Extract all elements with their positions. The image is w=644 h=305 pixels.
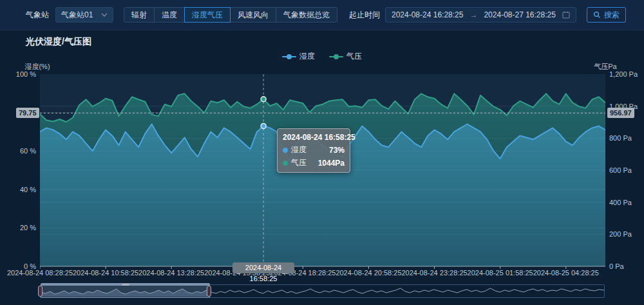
datazoom-track[interactable] [40, 284, 605, 298]
right-tick: 400 Pa [609, 198, 644, 207]
left-tick: 40 % [6, 185, 36, 194]
right-tick: 200 Pa [609, 230, 644, 239]
date-range-picker[interactable]: 2024-08-24 16:28:25 → 2024-08-27 16:28:2… [385, 7, 576, 23]
range-arrow-icon: → [469, 10, 477, 19]
legend-label-humidity: 湿度 [299, 51, 315, 62]
date-start-value[interactable]: 2024-08-24 16:28:25 [392, 10, 463, 19]
station-select-value: 气象站01 [61, 10, 93, 21]
search-button-label: 搜索 [604, 10, 620, 21]
tab-radiation[interactable]: 辐射 [124, 7, 155, 23]
tooltip-row-humidity: 湿度 73% [283, 144, 345, 155]
chevron-down-icon [101, 13, 108, 17]
series-areas [40, 93, 605, 266]
tab-humidity-pressure[interactable]: 湿度气压 [184, 7, 231, 23]
calendar-icon[interactable] [562, 11, 570, 19]
page-title: 光伏湿度/气压图 [26, 36, 91, 48]
axis-pointer-label: 2024-08-24 16:58:25 [232, 262, 294, 273]
right-tick: 600 Pa [609, 166, 644, 175]
right-tick: 1,200 Pa [609, 70, 644, 79]
chart-tooltip: 2024-08-24 16:58:25 湿度 73% 气压 1044Pa [277, 128, 350, 173]
date-end-value[interactable]: 2024-08-27 16:28:25 [484, 10, 555, 19]
left-tick: 20 % [6, 223, 36, 232]
datazoom-right-handle[interactable] [207, 286, 211, 297]
left-tick: 100 % [6, 70, 36, 79]
humidity-legend-icon [282, 54, 296, 59]
chart-legend: 湿度 气压 [0, 51, 644, 62]
tooltip-pressure-value: 1044Pa [318, 159, 345, 168]
pressure-legend-icon [329, 54, 343, 59]
legend-label-pressure: 气压 [346, 51, 362, 62]
pressure-dot-icon [283, 161, 288, 166]
tooltip-title: 2024-08-24 16:58:25 [283, 133, 345, 142]
pressure-markline-value: 956.97 [607, 108, 634, 118]
tab-overview[interactable]: 气象数据总览 [276, 7, 337, 23]
tab-wind[interactable]: 风速风向 [230, 7, 276, 23]
tab-temperature[interactable]: 温度 [154, 7, 185, 23]
tooltip-row-pressure: 气压 1044Pa [283, 157, 345, 168]
right-tick: 0 Pa [609, 262, 644, 271]
station-select[interactable]: 气象站01 [55, 7, 113, 23]
tooltip-humidity-value: 73% [329, 146, 345, 155]
topbar: 气象站 气象站01 辐射 温度 湿度气压 风速风向 气象数据总览 起止时间 20… [0, 0, 644, 30]
right-tick: 800 Pa [609, 133, 644, 143]
humidity-markline-value: 79.75 [16, 108, 39, 118]
sensor-tab-group: 辐射 温度 湿度气压 风速风向 气象数据总览 [124, 7, 337, 23]
axis-decor [40, 266, 605, 269]
search-button[interactable]: 搜索 [587, 7, 626, 23]
datazoom-move-handle[interactable] [122, 284, 129, 286]
datazoom-left-handle[interactable] [38, 286, 43, 297]
humidity-dot-icon [283, 148, 288, 153]
left-tick: 60 % [6, 146, 36, 155]
legend-item-humidity[interactable]: 湿度 [282, 51, 315, 62]
datazoom-window[interactable] [41, 284, 210, 298]
search-icon [593, 11, 601, 19]
tooltip-humidity-label: 湿度 [291, 144, 329, 155]
date-range-label: 起止时间 [349, 10, 380, 21]
tooltip-pressure-label: 气压 [291, 157, 318, 168]
station-label: 气象站 [26, 10, 49, 21]
legend-item-pressure[interactable]: 气压 [329, 51, 362, 62]
